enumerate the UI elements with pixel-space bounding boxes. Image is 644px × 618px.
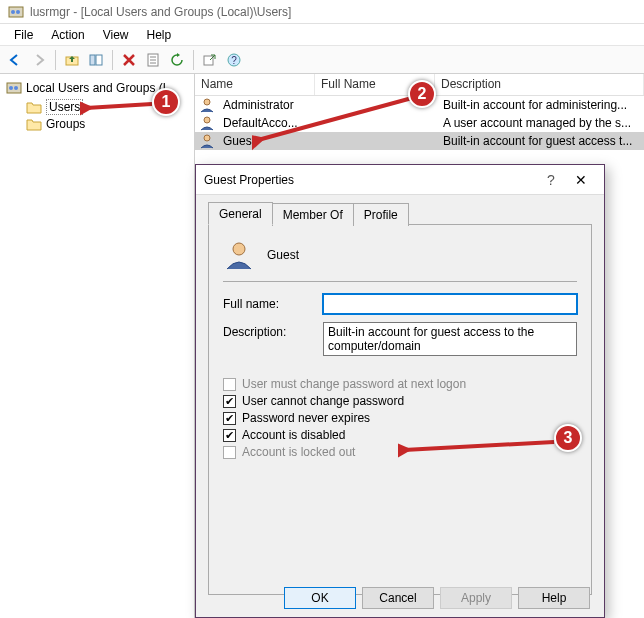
console-root-icon — [6, 80, 22, 96]
checkbox-icon — [223, 378, 236, 391]
tree-item-label: Groups — [46, 117, 85, 131]
svg-rect-5 — [96, 55, 102, 65]
annotation-1: 1 — [152, 88, 180, 116]
label-fullname: Full name: — [223, 294, 323, 311]
cell-description: Built-in account for guest access t... — [437, 134, 644, 148]
col-header-description[interactable]: Description — [435, 74, 644, 95]
window-titlebar: lusrmgr - [Local Users and Groups (Local… — [0, 0, 644, 24]
help-icon: ? — [226, 52, 242, 68]
label-description: Description: — [223, 322, 323, 339]
svg-point-15 — [14, 86, 18, 90]
checkbox-label: Account is disabled — [242, 428, 345, 442]
tree-item-label: Users — [46, 99, 83, 115]
arrow-left-icon — [7, 52, 23, 68]
folder-icon — [26, 117, 42, 131]
annotation-2: 2 — [408, 80, 436, 108]
checkbox-label: User must change password at next logon — [242, 377, 466, 391]
tree-pane: Local Users and Groups (L Users Groups — [0, 74, 195, 618]
dialog-tabs: General Member Of Profile — [208, 201, 592, 225]
tab-profile[interactable]: Profile — [353, 203, 409, 226]
delete-x-icon — [121, 52, 137, 68]
dialog-close-icon[interactable]: ✕ — [566, 172, 596, 188]
cell-name: Administrator — [217, 98, 317, 112]
user-icon — [199, 115, 215, 131]
refresh-icon — [169, 52, 185, 68]
svg-rect-10 — [204, 56, 213, 65]
svg-point-2 — [16, 10, 20, 14]
svg-point-18 — [204, 135, 210, 141]
list-row[interactable]: DefaultAcco... A user account managed by… — [195, 114, 644, 132]
col-header-name[interactable]: Name — [195, 74, 315, 95]
cell-description: A user account managed by the s... — [437, 116, 644, 130]
menubar: File Action View Help — [0, 24, 644, 46]
checkbox-icon — [223, 412, 236, 425]
folder-icon — [26, 100, 42, 114]
svg-point-17 — [204, 117, 210, 123]
cancel-button[interactable]: Cancel — [362, 587, 434, 609]
menu-view[interactable]: View — [95, 26, 137, 44]
input-description[interactable]: Built-in account for guest access to the… — [323, 322, 577, 356]
menu-help[interactable]: Help — [139, 26, 180, 44]
tab-panel-general: Guest Full name: Description: Built-in a… — [208, 225, 592, 595]
checkbox-must-change-password: User must change password at next logon — [223, 377, 577, 391]
ok-button[interactable]: OK — [284, 587, 356, 609]
refresh-button[interactable] — [166, 49, 188, 71]
tree-item-groups[interactable]: Groups — [4, 116, 194, 132]
dialog-user-name: Guest — [267, 248, 299, 262]
window-title: lusrmgr - [Local Users and Groups (Local… — [30, 5, 291, 19]
checkbox-label: Password never expires — [242, 411, 370, 425]
tab-general[interactable]: General — [208, 202, 273, 225]
show-hide-tree-button[interactable] — [85, 49, 107, 71]
checkbox-label: User cannot change password — [242, 394, 404, 408]
svg-point-19 — [233, 243, 245, 255]
properties-icon — [145, 52, 161, 68]
checkbox-icon — [223, 429, 236, 442]
checkbox-label: Account is locked out — [242, 445, 355, 459]
menu-action[interactable]: Action — [43, 26, 92, 44]
svg-text:?: ? — [231, 55, 237, 66]
app-icon — [8, 4, 24, 20]
dialog-title: Guest Properties — [204, 173, 536, 187]
arrow-right-icon — [31, 52, 47, 68]
list-row-selected[interactable]: Guest Built-in account for guest access … — [195, 132, 644, 150]
dialog-help-icon[interactable]: ? — [536, 172, 566, 188]
svg-point-14 — [9, 86, 13, 90]
apply-button[interactable]: Apply — [440, 587, 512, 609]
user-icon — [199, 133, 215, 149]
export-icon — [202, 52, 218, 68]
up-folder-button[interactable] — [61, 49, 83, 71]
checkbox-account-disabled[interactable]: Account is disabled — [223, 428, 577, 442]
back-button[interactable] — [4, 49, 26, 71]
cell-name: DefaultAcco... — [217, 116, 317, 130]
properties-dialog: Guest Properties ? ✕ General Member Of P… — [195, 164, 605, 618]
checkbox-icon — [223, 395, 236, 408]
panes-icon — [88, 52, 104, 68]
checkbox-cannot-change-password[interactable]: User cannot change password — [223, 394, 577, 408]
tab-member-of[interactable]: Member Of — [272, 203, 354, 226]
svg-rect-4 — [90, 55, 95, 65]
cell-name: Guest — [217, 134, 317, 148]
checkbox-account-locked-out: Account is locked out — [223, 445, 577, 459]
delete-button[interactable] — [118, 49, 140, 71]
cell-description: Built-in account for administering... — [437, 98, 644, 112]
forward-button[interactable] — [28, 49, 50, 71]
checkbox-icon — [223, 446, 236, 459]
svg-point-16 — [204, 99, 210, 105]
help-button[interactable]: ? — [223, 49, 245, 71]
menu-file[interactable]: File — [6, 26, 41, 44]
svg-point-1 — [11, 10, 15, 14]
user-icon — [199, 97, 215, 113]
user-large-icon — [223, 239, 255, 271]
dialog-titlebar[interactable]: Guest Properties ? ✕ — [196, 165, 604, 195]
separator — [223, 281, 577, 282]
toolbar: ? — [0, 46, 644, 74]
tree-root-label: Local Users and Groups (L — [26, 81, 169, 95]
checkbox-password-never-expires[interactable]: Password never expires — [223, 411, 577, 425]
export-button[interactable] — [199, 49, 221, 71]
dialog-button-row: OK Cancel Apply Help — [196, 587, 604, 609]
annotation-3: 3 — [554, 424, 582, 452]
properties-button[interactable] — [142, 49, 164, 71]
folder-up-icon — [64, 52, 80, 68]
input-fullname[interactable] — [323, 294, 577, 314]
help-button[interactable]: Help — [518, 587, 590, 609]
